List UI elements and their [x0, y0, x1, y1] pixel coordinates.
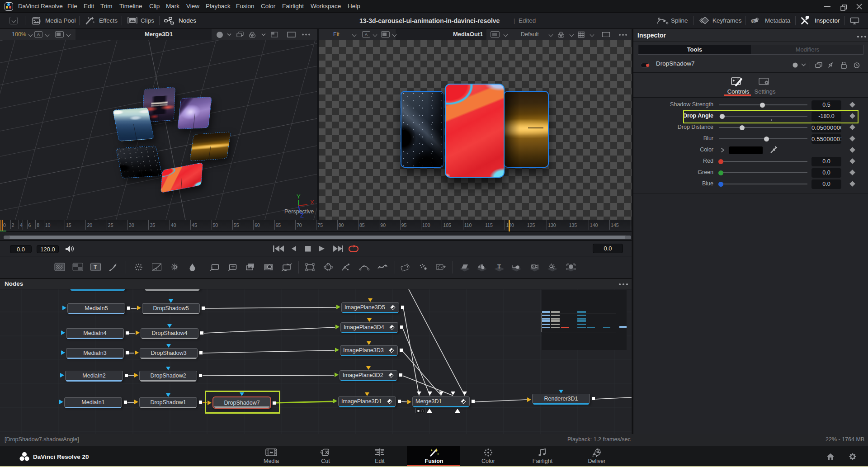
svg-text:T: T: [497, 263, 501, 270]
svg-text:Y: Y: [297, 193, 301, 200]
svg-text:X: X: [310, 199, 314, 206]
svg-text:T: T: [94, 264, 97, 270]
